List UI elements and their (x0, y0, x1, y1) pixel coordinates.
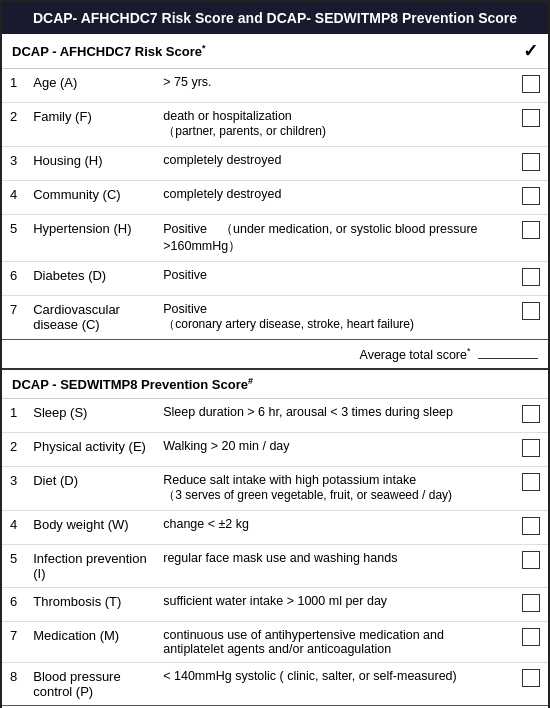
row-name: Medication (M) (25, 622, 155, 663)
table-row: 2 Family (F) death or hospitalization（pa… (2, 103, 548, 147)
row-checkbox[interactable] (514, 467, 548, 511)
header-title: DCAP- AFHCHDC7 Risk Score and DCAP- SEDW… (33, 10, 517, 26)
row-checkbox[interactable] (514, 103, 548, 147)
row-desc: Positive（coronary artery disease, stroke… (155, 296, 514, 340)
row-checkbox[interactable] (514, 215, 548, 262)
row-number: 7 (2, 296, 25, 340)
row-desc: continuous use of antihypertensive medic… (155, 622, 514, 663)
row-number: 7 (2, 622, 25, 663)
row-desc: change < ±2 kg (155, 511, 514, 545)
row-number: 3 (2, 147, 25, 181)
row-number: 1 (2, 69, 25, 103)
section1-table: 1 Age (A) > 75 yrs. 2 Family (F) death o… (2, 69, 548, 368)
row-desc: < 140mmHg systolic ( clinic, salter, or … (155, 663, 514, 706)
row-name: Housing (H) (25, 147, 155, 181)
row-desc: Positive (155, 262, 514, 296)
row-name: Cardiovascular disease (C) (25, 296, 155, 340)
row-checkbox[interactable] (514, 545, 548, 588)
section2-title: DCAP - SEDWITMP8 Prevention Score# (12, 376, 253, 392)
row-name: Family (F) (25, 103, 155, 147)
row-name: Community (C) (25, 181, 155, 215)
row-number: 4 (2, 511, 25, 545)
section1-title: DCAP - AFHCHDC7 Risk Score* (12, 43, 206, 59)
table-row: 1 Sleep (S) Sleep duration > 6 hr, arous… (2, 399, 548, 433)
section1-score-label: Average total score (360, 348, 467, 362)
section1-header: DCAP - AFHCHDC7 Risk Score* ✓ (2, 34, 548, 69)
row-number: 2 (2, 103, 25, 147)
section2-table: 1 Sleep (S) Sleep duration > 6 hr, arous… (2, 399, 548, 708)
row-number: 2 (2, 433, 25, 467)
row-name: Hypertension (H) (25, 215, 155, 262)
row-name: Infection prevention (I) (25, 545, 155, 588)
row-checkbox[interactable] (514, 399, 548, 433)
row-number: 5 (2, 545, 25, 588)
row-name: Age (A) (25, 69, 155, 103)
table-row: 3 Diet (D) Reduce salt intake with high … (2, 467, 548, 511)
row-desc: sufficient water intake > 1000 ml per da… (155, 588, 514, 622)
row-number: 5 (2, 215, 25, 262)
row-number: 6 (2, 262, 25, 296)
table-row: 5 Infection prevention (I) regular face … (2, 545, 548, 588)
row-checkbox[interactable] (514, 663, 548, 706)
table-row: 7 Cardiovascular disease (C) Positive（co… (2, 296, 548, 340)
row-desc: Positive （under medication, or systolic … (155, 215, 514, 262)
row-name: Diabetes (D) (25, 262, 155, 296)
row-checkbox[interactable] (514, 147, 548, 181)
table-row: 7 Medication (M) continuous use of antih… (2, 622, 548, 663)
page: DCAP- AFHCHDC7 Risk Score and DCAP- SEDW… (0, 0, 550, 708)
row-desc: Reduce salt intake with high potassium i… (155, 467, 514, 511)
row-number: 6 (2, 588, 25, 622)
row-checkbox[interactable] (514, 511, 548, 545)
row-desc: Walking > 20 min / day (155, 433, 514, 467)
row-name: Blood pressure control (P) (25, 663, 155, 706)
row-checkbox[interactable] (514, 69, 548, 103)
row-checkbox[interactable] (514, 262, 548, 296)
row-desc: > 75 yrs. (155, 69, 514, 103)
row-name: Diet (D) (25, 467, 155, 511)
row-name: Physical activity (E) (25, 433, 155, 467)
table-row: 4 Community (C) completely destroyed (2, 181, 548, 215)
table-row: 1 Age (A) > 75 yrs. (2, 69, 548, 103)
row-name: Body weight (W) (25, 511, 155, 545)
row-number: 4 (2, 181, 25, 215)
row-number: 1 (2, 399, 25, 433)
table-row: 5 Hypertension (H) Positive （under medic… (2, 215, 548, 262)
row-desc: Sleep duration > 6 hr, arousal < 3 times… (155, 399, 514, 433)
row-desc: regular face mask use and washing hands (155, 545, 514, 588)
row-name: Sleep (S) (25, 399, 155, 433)
table-row: 8 Blood pressure control (P) < 140mmHg s… (2, 663, 548, 706)
row-number: 3 (2, 467, 25, 511)
row-name: Thrombosis (T) (25, 588, 155, 622)
row-desc: death or hospitalization（partner, parent… (155, 103, 514, 147)
table-row: 2 Physical activity (E) Walking > 20 min… (2, 433, 548, 467)
row-desc: completely destroyed (155, 181, 514, 215)
section2-header: DCAP - SEDWITMP8 Prevention Score# (2, 370, 548, 399)
table-row: 3 Housing (H) completely destroyed (2, 147, 548, 181)
checkmark-icon: ✓ (523, 40, 538, 62)
table-row: 6 Thrombosis (T) sufficient water intake… (2, 588, 548, 622)
row-checkbox[interactable] (514, 433, 548, 467)
section1-score-row: Average total score* (2, 340, 548, 369)
section1-score-line (478, 358, 538, 359)
row-checkbox[interactable] (514, 588, 548, 622)
table-row: 6 Diabetes (D) Positive (2, 262, 548, 296)
row-checkbox[interactable] (514, 181, 548, 215)
row-desc: completely destroyed (155, 147, 514, 181)
row-checkbox[interactable] (514, 296, 548, 340)
table-row: 4 Body weight (W) change < ±2 kg (2, 511, 548, 545)
row-checkbox[interactable] (514, 622, 548, 663)
row-number: 8 (2, 663, 25, 706)
page-header: DCAP- AFHCHDC7 Risk Score and DCAP- SEDW… (2, 2, 548, 34)
